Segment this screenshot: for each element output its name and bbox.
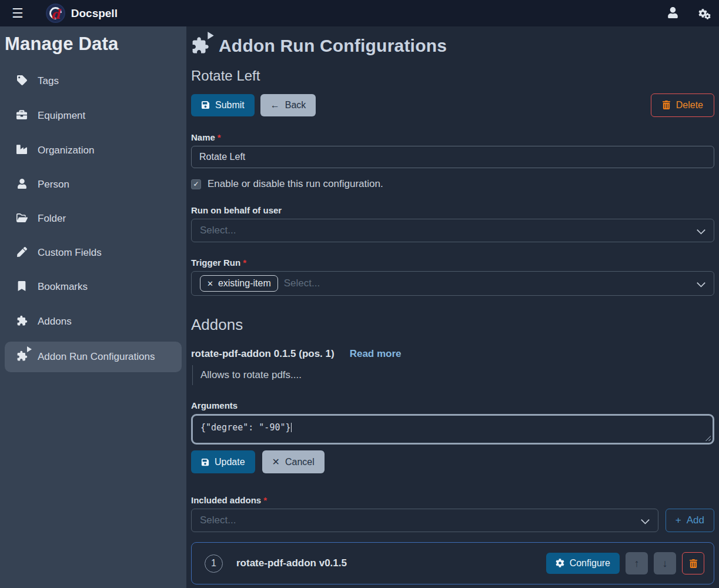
brand[interactable]: d Docspell xyxy=(46,4,118,23)
pen-icon xyxy=(15,247,28,259)
sidebar-item-label: Tags xyxy=(38,75,59,87)
config-name-heading: Rotate Left xyxy=(191,68,714,84)
configure-button[interactable]: Configure xyxy=(546,553,620,574)
gear-icon xyxy=(556,558,564,569)
position-badge: 1 xyxy=(205,554,223,573)
page-title: Addon Run Configurations xyxy=(219,36,447,56)
sidebar-item-tags[interactable]: Tags xyxy=(0,66,186,96)
sidebar-title: Manage Data xyxy=(0,26,186,58)
main-content: Addon Run Configurations Rotate Left Sub… xyxy=(186,26,719,588)
bookmark-icon xyxy=(15,281,28,293)
sidebar-item-label: Organization xyxy=(38,145,94,156)
sidebar-item-label: Custom Fields xyxy=(38,247,102,259)
chevron-down-icon xyxy=(641,515,650,526)
sidebar-item-label: Person xyxy=(38,179,69,191)
required-asterisk: * xyxy=(243,258,246,268)
sidebar-item-label: Folder xyxy=(38,213,66,225)
close-icon: ✕ xyxy=(272,456,280,467)
remove-addon-button[interactable] xyxy=(682,552,704,574)
sidebar-item-label: Addons xyxy=(38,316,72,328)
included-addon-name: rotate-pdf-addon v0.1.5 xyxy=(236,557,347,569)
menu-icon[interactable]: ☰ xyxy=(8,5,27,22)
person-icon xyxy=(15,179,28,191)
name-label: Name* xyxy=(191,132,714,142)
sidebar-item-custom-fields[interactable]: Custom Fields xyxy=(0,238,186,268)
read-more-link[interactable]: Read more xyxy=(350,348,402,360)
update-button[interactable]: Update xyxy=(191,450,255,473)
briefcase-icon xyxy=(15,109,28,122)
addon-description: Allows to rotate pdfs.... xyxy=(192,365,714,385)
arguments-textarea[interactable]: {"degree": "-90"} xyxy=(191,414,714,445)
arrow-left-icon: ← xyxy=(270,100,280,111)
enabled-checkbox[interactable]: ✓ xyxy=(191,179,201,189)
sidebar-item-label: Addon Run Configurations xyxy=(38,351,155,363)
puzzle-icon xyxy=(15,315,28,328)
trash-icon xyxy=(662,100,671,111)
chevron-down-icon xyxy=(697,278,705,289)
trigger-run-select[interactable]: ✕ existing-item Select... xyxy=(191,271,714,296)
name-input[interactable] xyxy=(191,146,714,168)
puzzle-play-icon xyxy=(191,36,209,56)
enabled-checkbox-label: Enable or disable this run configuration… xyxy=(208,178,383,190)
included-addons-select[interactable]: Select... xyxy=(191,509,658,532)
included-addons-label: Included addons* xyxy=(191,495,714,505)
addons-section-title: Addons xyxy=(191,316,714,334)
addon-title: rotate-pdf-addon 0.1.5 (pos. 1) xyxy=(191,348,335,360)
sidebar-item-equipment[interactable]: Equipment xyxy=(0,101,186,131)
docspell-logo-icon: d xyxy=(46,4,65,23)
sidebar-item-label: Bookmarks xyxy=(38,281,88,293)
top-navbar: ☰ d Docspell xyxy=(0,0,719,26)
back-button[interactable]: ← Back xyxy=(260,94,316,116)
sidebar-item-bookmarks[interactable]: Bookmarks xyxy=(0,272,186,302)
delete-button[interactable]: Delete xyxy=(651,93,714,117)
included-addon-row: 1 rotate-pdf-addon v0.1.5 Configure ↑ ↓ xyxy=(191,542,714,584)
trash-icon xyxy=(689,557,698,570)
puzzle-play-icon xyxy=(15,350,28,363)
remove-chip-icon[interactable]: ✕ xyxy=(207,279,213,288)
run-on-behalf-select[interactable]: Select... xyxy=(191,219,714,242)
trigger-run-label: Trigger Run* xyxy=(191,258,714,268)
tag-icon xyxy=(15,75,28,87)
move-up-button[interactable]: ↑ xyxy=(626,552,648,574)
settings-gears-icon[interactable] xyxy=(698,8,707,19)
sidebar-item-organization[interactable]: Organization xyxy=(0,135,186,165)
sidebar-item-folder[interactable]: Folder xyxy=(0,204,186,233)
sidebar-item-addons[interactable]: Addons xyxy=(0,306,186,337)
add-addon-button[interactable]: + Add xyxy=(666,509,714,532)
factory-icon xyxy=(15,144,28,156)
trigger-chip-existing-item[interactable]: ✕ existing-item xyxy=(200,275,278,292)
sidebar: Manage Data Tags Equipment Organization … xyxy=(0,26,186,588)
user-icon[interactable] xyxy=(667,7,678,19)
sidebar-item-addon-run-configurations[interactable]: Addon Run Configurations xyxy=(5,342,182,372)
sidebar-item-label: Equipment xyxy=(38,110,85,122)
submit-button[interactable]: Submit xyxy=(191,94,255,116)
required-asterisk: * xyxy=(263,495,267,505)
chevron-down-icon xyxy=(697,225,705,236)
sidebar-item-person[interactable]: Person xyxy=(0,170,186,199)
plus-icon: + xyxy=(675,514,681,526)
save-icon xyxy=(201,100,210,111)
run-on-behalf-label: Run on behalf of user xyxy=(191,205,714,215)
brand-name: Docspell xyxy=(71,7,118,20)
arguments-label: Arguments xyxy=(191,400,714,410)
text-caret xyxy=(291,423,292,432)
required-asterisk: * xyxy=(218,132,221,142)
move-down-button[interactable]: ↓ xyxy=(654,552,676,574)
cancel-button[interactable]: ✕ Cancel xyxy=(262,450,325,473)
folder-icon xyxy=(15,213,28,225)
save-icon xyxy=(201,457,209,467)
